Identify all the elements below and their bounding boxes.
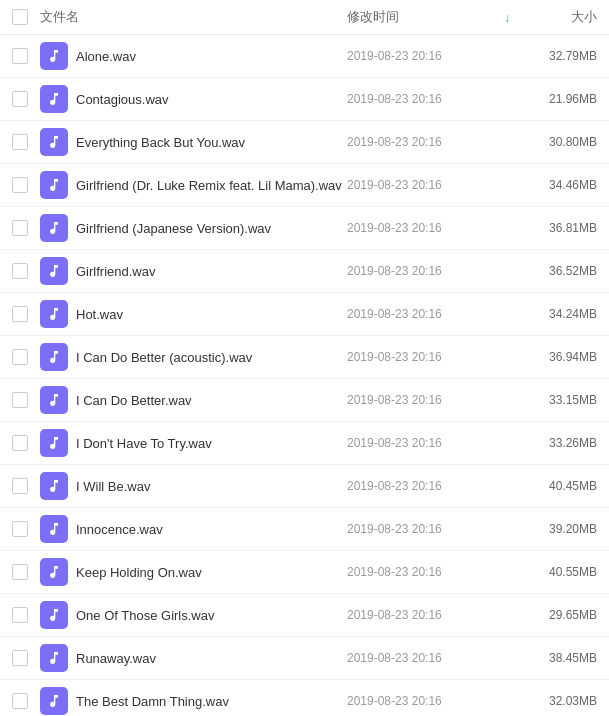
table-row: Runaway.wav 2019-08-23 20:16 38.45MB: [0, 637, 609, 680]
file-date: 2019-08-23 20:16: [347, 393, 497, 407]
file-type-icon: [40, 515, 68, 543]
file-type-icon: [40, 257, 68, 285]
music-note-icon: [46, 521, 62, 537]
music-note-icon: [46, 263, 62, 279]
music-note-icon: [46, 650, 62, 666]
file-type-icon: [40, 128, 68, 156]
row-name-cell: One Of Those Girls.wav: [40, 601, 347, 629]
table-row: I Can Do Better.wav 2019-08-23 20:16 33.…: [0, 379, 609, 422]
row-checkbox[interactable]: [12, 306, 28, 322]
table-row: The Best Damn Thing.wav 2019-08-23 20:16…: [0, 680, 609, 716]
file-size: 40.55MB: [517, 565, 597, 579]
row-checkbox-cell: [12, 693, 40, 709]
select-all-checkbox[interactable]: [12, 9, 28, 25]
row-name-cell: Runaway.wav: [40, 644, 347, 672]
row-checkbox-cell: [12, 607, 40, 623]
file-date: 2019-08-23 20:16: [347, 49, 497, 63]
row-checkbox-cell: [12, 306, 40, 322]
row-checkbox[interactable]: [12, 263, 28, 279]
row-checkbox[interactable]: [12, 48, 28, 64]
file-date: 2019-08-23 20:16: [347, 694, 497, 708]
header-sort-icon[interactable]: ↓: [497, 10, 517, 25]
file-date: 2019-08-23 20:16: [347, 522, 497, 536]
music-note-icon: [46, 91, 62, 107]
row-name-cell: I Can Do Better (acoustic).wav: [40, 343, 347, 371]
file-type-icon: [40, 171, 68, 199]
file-date: 2019-08-23 20:16: [347, 221, 497, 235]
row-checkbox-cell: [12, 349, 40, 365]
music-note-icon: [46, 134, 62, 150]
row-checkbox-cell: [12, 177, 40, 193]
row-name-cell: Girlfriend.wav: [40, 257, 347, 285]
table-row: I Will Be.wav 2019-08-23 20:16 40.45MB: [0, 465, 609, 508]
table-row: Alone.wav 2019-08-23 20:16 32.79MB: [0, 35, 609, 78]
file-name-label: Runaway.wav: [76, 651, 347, 666]
rows-container: Alone.wav 2019-08-23 20:16 32.79MB Conta…: [0, 35, 609, 716]
file-type-icon: [40, 472, 68, 500]
file-size: 34.24MB: [517, 307, 597, 321]
row-name-cell: Girlfriend (Japanese Version).wav: [40, 214, 347, 242]
row-checkbox[interactable]: [12, 392, 28, 408]
file-name-label: Keep Holding On.wav: [76, 565, 347, 580]
music-note-icon: [46, 220, 62, 236]
row-checkbox[interactable]: [12, 435, 28, 451]
file-type-icon: [40, 386, 68, 414]
file-list: 文件名 修改时间 ↓ 大小 Alone.wav 2019-08-23 20:16…: [0, 0, 609, 716]
music-note-icon: [46, 478, 62, 494]
file-type-icon: [40, 644, 68, 672]
music-note-icon: [46, 48, 62, 64]
file-name-label: Hot.wav: [76, 307, 347, 322]
file-name-label: I Can Do Better.wav: [76, 393, 347, 408]
file-name-label: One Of Those Girls.wav: [76, 608, 347, 623]
row-checkbox-cell: [12, 650, 40, 666]
row-name-cell: Keep Holding On.wav: [40, 558, 347, 586]
file-name-label: I Will Be.wav: [76, 479, 347, 494]
row-checkbox[interactable]: [12, 564, 28, 580]
music-note-icon: [46, 177, 62, 193]
file-size: 33.26MB: [517, 436, 597, 450]
table-row: Keep Holding On.wav 2019-08-23 20:16 40.…: [0, 551, 609, 594]
file-size: 32.79MB: [517, 49, 597, 63]
row-checkbox[interactable]: [12, 134, 28, 150]
row-name-cell: Contagious.wav: [40, 85, 347, 113]
row-name-cell: Alone.wav: [40, 42, 347, 70]
row-checkbox-cell: [12, 435, 40, 451]
file-date: 2019-08-23 20:16: [347, 350, 497, 364]
file-name-label: Innocence.wav: [76, 522, 347, 537]
row-checkbox-cell: [12, 263, 40, 279]
file-size: 29.65MB: [517, 608, 597, 622]
file-type-icon: [40, 343, 68, 371]
file-type-icon: [40, 85, 68, 113]
header-checkbox-cell: [12, 9, 40, 25]
row-checkbox[interactable]: [12, 177, 28, 193]
file-type-icon: [40, 300, 68, 328]
file-type-icon: [40, 42, 68, 70]
row-checkbox[interactable]: [12, 693, 28, 709]
table-row: Everything Back But You.wav 2019-08-23 2…: [0, 121, 609, 164]
file-size: 21.96MB: [517, 92, 597, 106]
row-checkbox[interactable]: [12, 349, 28, 365]
table-row: One Of Those Girls.wav 2019-08-23 20:16 …: [0, 594, 609, 637]
music-note-icon: [46, 693, 62, 709]
table-row: I Don't Have To Try.wav 2019-08-23 20:16…: [0, 422, 609, 465]
table-row: Girlfriend (Dr. Luke Remix feat. Lil Mam…: [0, 164, 609, 207]
file-size: 38.45MB: [517, 651, 597, 665]
file-size: 40.45MB: [517, 479, 597, 493]
row-checkbox[interactable]: [12, 220, 28, 236]
row-checkbox[interactable]: [12, 607, 28, 623]
file-size: 34.46MB: [517, 178, 597, 192]
row-name-cell: I Can Do Better.wav: [40, 386, 347, 414]
table-row: Girlfriend (Japanese Version).wav 2019-0…: [0, 207, 609, 250]
file-date: 2019-08-23 20:16: [347, 436, 497, 450]
row-checkbox-cell: [12, 220, 40, 236]
row-checkbox-cell: [12, 521, 40, 537]
file-size: 33.15MB: [517, 393, 597, 407]
row-checkbox[interactable]: [12, 478, 28, 494]
row-checkbox[interactable]: [12, 521, 28, 537]
row-checkbox[interactable]: [12, 91, 28, 107]
music-note-icon: [46, 349, 62, 365]
music-note-icon: [46, 392, 62, 408]
sort-arrow-icon: ↓: [504, 11, 510, 25]
row-checkbox[interactable]: [12, 650, 28, 666]
row-name-cell: I Don't Have To Try.wav: [40, 429, 347, 457]
